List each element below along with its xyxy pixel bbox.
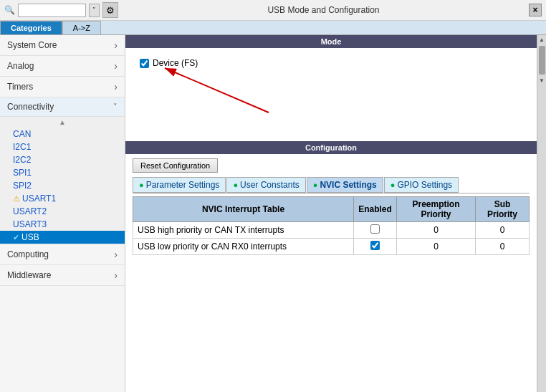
config-body: Reset Configuration ● Parameter Settings… (125, 154, 537, 259)
scroll-thumb[interactable] (539, 46, 545, 75)
chevron-down-icon: ˅ (113, 102, 118, 112)
nvic-row0-checkbox[interactable] (370, 224, 380, 234)
nvic-col-preemption: Preemption Priority (397, 197, 476, 222)
chevron-right-icon: › (114, 39, 118, 51)
content-area: Mode Device (FS) Configuration (125, 35, 537, 392)
scrollbar[interactable]: ▲ ▼ (537, 35, 546, 392)
nvic-row1-preemption: 0 (397, 239, 476, 255)
chevron-right-icon: › (114, 60, 118, 72)
nvic-row1-sub: 0 (476, 239, 530, 255)
check-circle-icon: ✔ (13, 233, 19, 242)
tab-a-to-z[interactable]: A->Z (62, 21, 101, 34)
check-icon: ● (313, 181, 318, 189)
nvic-row0-preemption: 0 (397, 222, 476, 239)
nvic-row0-name: USB high priority or CAN TX interrupts (133, 222, 354, 239)
table-row: USB high priority or CAN TX interrupts 0… (133, 222, 530, 239)
chevron-right-icon: › (114, 249, 118, 260)
subitem-usart1[interactable]: ⚠ USART1 (0, 192, 125, 205)
mode-header: Mode (125, 35, 537, 48)
close-button[interactable]: × (529, 4, 542, 16)
sidebar-item-system-core[interactable]: System Core › (0, 35, 125, 56)
subitem-usart3[interactable]: USART3 (0, 218, 125, 231)
nvic-col-name: NVIC Interrupt Table (133, 197, 354, 222)
nvic-col-enabled: Enabled (354, 197, 397, 222)
chevron-right-icon: › (114, 81, 118, 92)
tab-categories[interactable]: Categories (0, 21, 62, 34)
sidebar-item-connectivity[interactable]: Connectivity ˅ (0, 97, 125, 117)
sidebar: System Core › Analog › Timers › Connecti… (0, 35, 125, 392)
subitem-i2c1[interactable]: I2C1 (0, 140, 125, 153)
mode-body: Device (FS) (125, 48, 537, 141)
subitem-usart2[interactable]: USART2 (0, 205, 125, 218)
nvic-row0-enabled[interactable] (354, 222, 397, 239)
sidebar-item-timers[interactable]: Timers › (0, 77, 125, 97)
device-fs-checkbox-label[interactable]: Device (FS) (140, 58, 522, 68)
sub-tab-parameter-settings[interactable]: ● Parameter Settings (133, 177, 226, 193)
sub-tab-user-constants[interactable]: ● User Constants (226, 177, 305, 193)
nvic-col-sub: Sub Priority (476, 197, 530, 222)
sub-tabs: ● Parameter Settings ● User Constants ● … (133, 177, 530, 193)
check-icon: ● (139, 181, 144, 189)
reset-configuration-button[interactable]: Reset Configuration (133, 158, 218, 173)
sidebar-item-analog[interactable]: Analog › (0, 56, 125, 77)
svg-line-1 (165, 68, 269, 113)
search-dropdown-arrow[interactable]: ˅ (89, 4, 100, 17)
subitem-i2c2[interactable]: I2C2 (0, 153, 125, 166)
check-icon: ● (233, 181, 238, 189)
search-icon: 🔍 (4, 5, 15, 15)
sub-tab-nvic-settings[interactable]: ● NVIC Settings (307, 177, 383, 193)
chevron-right-icon: › (114, 269, 118, 281)
subitem-can[interactable]: CAN (0, 128, 125, 140)
subitem-spi1[interactable]: SPI1 (0, 166, 125, 179)
nvic-table: NVIC Interrupt Table Enabled Preemption … (133, 196, 530, 255)
connectivity-subitems: ▲ CAN I2C1 I2C2 SPI1 SPI2 ⚠ USART1 USART… (0, 117, 125, 244)
sub-tab-gpio-settings[interactable]: ● GPIO Settings (384, 177, 459, 193)
scroll-up-button[interactable]: ▲ (537, 35, 546, 44)
subitem-spi2[interactable]: SPI2 (0, 179, 125, 192)
device-fs-checkbox[interactable] (140, 59, 149, 68)
config-header: Configuration (125, 141, 537, 154)
gear-button[interactable]: ⚙ (102, 2, 118, 18)
sidebar-item-computing[interactable]: Computing › (0, 244, 125, 265)
sidebar-item-middleware[interactable]: Middleware › (0, 265, 125, 286)
table-row: USB low priority or CAN RX0 interrupts 0… (133, 239, 530, 255)
search-input[interactable] (18, 4, 86, 17)
subitem-usb[interactable]: ✔ USB (0, 231, 125, 244)
warning-icon: ⚠ (13, 194, 20, 204)
nvic-row1-enabled[interactable] (354, 239, 397, 255)
window-title: USB Mode and Configuration (121, 5, 526, 15)
nvic-row1-checkbox[interactable] (370, 241, 380, 250)
nvic-row1-name: USB low priority or CAN RX0 interrupts (133, 239, 354, 255)
check-icon: ● (391, 181, 396, 189)
scroll-down-button[interactable]: ▼ (537, 76, 546, 85)
nvic-row0-sub: 0 (476, 222, 530, 239)
